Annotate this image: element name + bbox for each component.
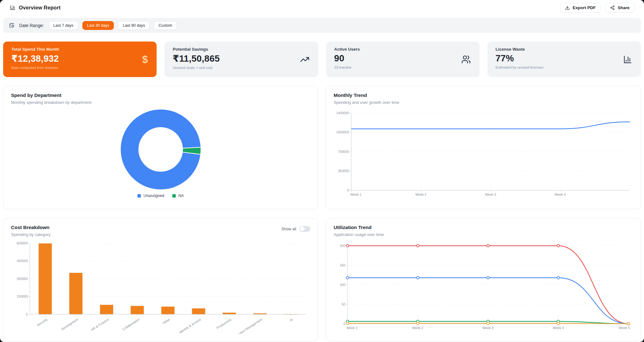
date-range-option-last-30-days[interactable]: Last 30 days <box>82 21 114 30</box>
utilization-trend-line-chart: Week 1Week 2Week 3Week 4Week 50501001502… <box>334 241 633 333</box>
page-title: Overview Report <box>19 5 61 11</box>
svg-text:Week 3: Week 3 <box>482 326 494 330</box>
svg-text:600000: 600000 <box>17 241 28 245</box>
panel-subtitle: Spending and user growth over time <box>334 100 633 105</box>
stat-label: Potential Savings <box>173 47 310 52</box>
stat-sublabel: Estimated by unused licenses <box>496 65 633 69</box>
svg-text:HR & Finance: HR & Finance <box>90 317 109 332</box>
trending-up-icon <box>300 55 309 64</box>
toggle-knob <box>300 227 305 231</box>
bar-chart-icon <box>623 55 632 64</box>
svg-text:Week 4: Week 4 <box>553 326 564 330</box>
spend-by-department-panel: Spend by Department Monthly spending bre… <box>3 86 318 209</box>
svg-text:Security: Security <box>36 317 48 327</box>
legend-label: NA <box>178 193 184 198</box>
svg-text:0: 0 <box>26 312 28 316</box>
legend-item-na[interactable]: NA <box>172 193 184 198</box>
date-range-label: Date Range: <box>19 23 44 28</box>
svg-text:Week 3: Week 3 <box>485 193 496 196</box>
stat-label: License Waste <box>496 47 633 52</box>
stat-label: Total Spend This Month <box>11 47 148 52</box>
report-icon <box>10 5 16 10</box>
legend-swatch <box>172 194 176 198</box>
panel-subtitle: Spending by category <box>11 232 51 237</box>
stat-sublabel: 33 inactive <box>334 65 471 69</box>
stat-label: Active Users <box>334 47 471 52</box>
monthly-trend-line-chart: Week 1Week 2Week 3Week 40350000700000105… <box>334 109 633 200</box>
stat-card-license-waste: License Waste77%Estimated by unused lice… <box>487 42 641 77</box>
export-pdf-button[interactable]: Export PDF <box>560 3 601 13</box>
stat-cards-row: Total Spend This Month₹12,38,932Auto-com… <box>3 42 641 77</box>
date-range-option-last-90-days[interactable]: Last 90 days <box>118 21 150 30</box>
monthly-trend-panel: Monthly Trend Spending and user growth o… <box>326 86 641 209</box>
svg-text:Project Management: Project Management <box>235 317 263 334</box>
svg-text:Other: Other <box>162 317 171 325</box>
svg-text:150: 150 <box>340 263 345 267</box>
stat-value: 77% <box>496 53 633 64</box>
stat-card-potential-savings: Potential Savings₹11,50,865Unused seats … <box>164 42 318 77</box>
download-icon <box>565 5 570 10</box>
legend-item-unassigned[interactable]: Unassigned <box>137 193 164 198</box>
stat-value: ₹11,50,865 <box>173 53 310 64</box>
svg-text:150000: 150000 <box>17 294 28 298</box>
svg-text:100: 100 <box>340 283 345 287</box>
svg-text:350000: 350000 <box>338 169 349 173</box>
overview-report-page: Overview Report Export PDF Share Date Ra… <box>0 0 644 342</box>
stat-sublabel: Unused seats × unit cost <box>173 66 310 70</box>
panel-subtitle: Monthly spending breakdown by department <box>11 100 310 105</box>
stat-value: ₹12,38,932 <box>11 53 148 64</box>
svg-text:300000: 300000 <box>17 277 28 281</box>
svg-text:Week 1: Week 1 <box>350 193 362 196</box>
stat-value: 90 <box>334 53 471 64</box>
share-label: Share <box>618 5 630 10</box>
svg-text:Development: Development <box>60 317 79 331</box>
panel-title: Monthly Trend <box>334 93 633 98</box>
users-icon <box>461 55 471 64</box>
show-all-label: Show all <box>281 227 296 231</box>
svg-text:1400000: 1400000 <box>336 111 349 115</box>
panel-title: Spend by Department <box>11 93 310 98</box>
share-icon <box>610 5 615 10</box>
stat-sublabel: Auto-computed from licenses <box>11 66 148 70</box>
svg-text:50: 50 <box>341 302 345 306</box>
charts-row-1: Spend by Department Monthly spending bre… <box>3 86 641 209</box>
dollar-icon: $ <box>142 53 148 65</box>
utilization-trend-panel: Utilization Trend Application usage over… <box>326 218 641 341</box>
donut-legend: UnassignedNA <box>11 193 310 198</box>
svg-text:0: 0 <box>347 188 349 192</box>
date-range-option-custom[interactable]: Custom <box>154 21 177 30</box>
svg-text:AI: AI <box>289 317 293 322</box>
svg-text:450000: 450000 <box>17 259 28 263</box>
svg-text:0: 0 <box>343 322 345 326</box>
svg-text:1050000: 1050000 <box>336 130 349 134</box>
legend-label: Unassigned <box>143 193 164 198</box>
date-range-options: Last 7 daysLast 30 daysLast 90 daysCusto… <box>49 21 177 30</box>
spend-by-department-donut-chart <box>11 107 310 192</box>
cost-breakdown-panel: Cost Breakdown Spending by category Show… <box>3 218 318 341</box>
charts-row-2: Cost Breakdown Spending by category Show… <box>3 218 641 341</box>
svg-text:Week 2: Week 2 <box>415 193 427 196</box>
export-pdf-label: Export PDF <box>573 5 596 10</box>
svg-text:200: 200 <box>340 244 345 248</box>
date-range-bar: Date Range: Last 7 daysLast 30 daysLast … <box>3 18 641 33</box>
app-header: Overview Report Export PDF Share <box>0 0 644 13</box>
cost-breakdown-bar-chart: 0150000300000450000600000SecurityDevelop… <box>11 239 310 334</box>
svg-text:Identity & Access: Identity & Access <box>178 317 202 334</box>
calendar-clock-icon <box>9 23 14 28</box>
panel-title: Cost Breakdown <box>11 225 51 230</box>
panel-subtitle: Application usage over time <box>334 232 633 237</box>
svg-text:Week 1: Week 1 <box>347 326 358 330</box>
svg-text:700000: 700000 <box>338 150 349 154</box>
svg-text:Collaboration: Collaboration <box>122 317 140 331</box>
show-all-toggle[interactable] <box>299 226 310 232</box>
stat-card-active-users: Active Users9033 inactive <box>326 42 480 77</box>
svg-text:Week 4: Week 4 <box>555 193 566 196</box>
panel-title: Utilization Trend <box>334 225 633 230</box>
svg-text:Week 5: Week 5 <box>619 326 630 330</box>
legend-swatch <box>137 194 141 198</box>
share-button[interactable]: Share <box>605 3 635 13</box>
stat-card-total-spend-this-month: Total Spend This Month₹12,38,932Auto-com… <box>3 42 157 77</box>
date-range-option-last-7-days[interactable]: Last 7 days <box>49 21 78 30</box>
svg-text:Week 2: Week 2 <box>412 326 424 330</box>
svg-text:Productivity: Productivity <box>216 317 232 330</box>
